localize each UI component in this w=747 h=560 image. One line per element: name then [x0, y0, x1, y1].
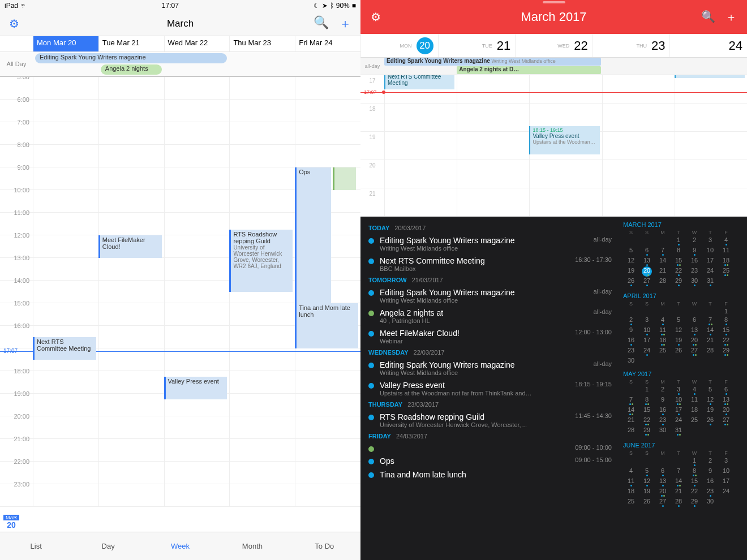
view-tab-list[interactable]: List	[0, 532, 72, 560]
agenda-list[interactable]: TODAY 20/03/2017Editing Spark Young Writ…	[360, 217, 620, 560]
day-header[interactable]: Tue Mar 21	[98, 36, 164, 51]
calendar-event[interactable]: Valley Press event	[164, 377, 227, 399]
agenda-section-header: TODAY 20/03/2017	[360, 222, 620, 234]
month-title: March 2017	[521, 10, 586, 24]
drag-handle-icon[interactable]	[543, 1, 565, 3]
color-dot-icon	[368, 331, 374, 337]
month-title: March	[167, 18, 194, 29]
add-icon[interactable]: ＋	[725, 10, 737, 25]
day-header[interactable]: Fri Mar 24	[295, 36, 360, 51]
mini-calendar[interactable]: APRIL 2017SSMTWTF12345678910111213141516…	[623, 292, 744, 365]
wifi-icon: ᯤ	[20, 2, 27, 10]
moon-icon: ☾	[314, 2, 320, 10]
view-tab-day[interactable]: Day	[72, 532, 144, 560]
agenda-item[interactable]: Next RTS Committee MeetingBBC Mailbox16:…	[360, 254, 620, 274]
device-label: iPad	[5, 2, 18, 10]
color-dot-icon	[368, 290, 374, 296]
allday-event[interactable]: Angela 2 nights at D…	[457, 66, 600, 74]
settings-icon[interactable]: ⚙	[9, 17, 19, 31]
agenda-item[interactable]: Editing Spark Young Writers magazineWrit…	[360, 234, 620, 254]
color-dot-icon	[368, 446, 374, 452]
status-bar: iPad ᯤ 17:07 ☾ ➤ ᛒ 90% ■	[0, 0, 360, 11]
agenda-item[interactable]: Valley Press eventUpstairs at the Woodma…	[360, 378, 620, 399]
calendar-app-right: ⚙ March 2017 🔍 ＋ MON20TUE21WED22THU2324 …	[360, 0, 747, 560]
calendar-event[interactable]: Meet FileMaker Cloud!	[98, 235, 162, 258]
view-tab-week[interactable]: Week	[144, 532, 216, 560]
allday-label: All Day	[0, 52, 33, 76]
calendar-event[interactable]: Next RTS Committee Meeting	[33, 337, 96, 360]
mini-calendars[interactable]: MARCH 2017SSMTWTF12345678910111213141516…	[620, 217, 747, 560]
calendar-app-left: iPad ᯤ 17:07 ☾ ➤ ᛒ 90% ■ ⚙ March 🔍 ＋ Mon…	[0, 0, 360, 560]
calendar-event[interactable]: Tina and Mom late lunch	[295, 303, 358, 348]
agenda-item[interactable]: Tina and Mom late lunch	[360, 468, 620, 481]
time-grid[interactable]: 5:006:007:008:009:0010:0011:0012:0013:00…	[0, 77, 360, 532]
calendar-event[interactable]	[333, 167, 356, 190]
settings-icon[interactable]: ⚙	[371, 10, 381, 24]
mini-calendar[interactable]: JUNE 2017SSMTWTF123456789101112131415161…	[623, 442, 744, 507]
time-grid[interactable]: 171819202117:0716:30 - 17:30Next RTS Com…	[360, 75, 747, 217]
day-tab[interactable]: THU23	[593, 34, 670, 57]
agenda-panel: TODAY 20/03/2017Editing Spark Young Writ…	[360, 217, 747, 560]
color-dot-icon	[368, 383, 374, 389]
calendar-event[interactable]: RTS Roadshow repping GuildUniversity of …	[229, 230, 293, 292]
color-dot-icon	[368, 459, 374, 464]
mini-calendar[interactable]: MAY 2017SSMTWTF1234567891011121314151617…	[623, 371, 744, 436]
add-icon[interactable]: ＋	[339, 15, 351, 32]
agenda-section-header: FRIDAY 24/03/2017	[360, 430, 620, 442]
calendar-event[interactable]: 16:30 - 17:30Next RTS Committee Meeting	[384, 75, 454, 89]
day-header-row: Mon Mar 20Tue Mar 21Wed Mar 22Thu Mar 23…	[0, 36, 360, 52]
agenda-section-header: WEDNESDAY 22/03/2017	[360, 347, 620, 358]
agenda-section-header: TOMORROW 21/03/2017	[360, 274, 620, 286]
day-header[interactable]: Mon Mar 20	[33, 36, 98, 51]
color-dot-icon	[368, 238, 374, 244]
calendar-event[interactable]: Ops	[295, 167, 331, 303]
allday-event[interactable]: Editing Spark Young Writers magazine	[35, 53, 227, 63]
color-dot-icon	[368, 472, 374, 478]
day-tab[interactable]: TUE21	[438, 34, 516, 57]
location-icon: ➤	[322, 2, 328, 10]
view-tab-month[interactable]: Month	[216, 532, 288, 560]
agenda-section-header: THURSDAY 23/03/2017	[360, 399, 620, 410]
calendar-event[interactable]: 18:15 - 19:15Valley Press eventUpstairs …	[529, 126, 599, 154]
agenda-item[interactable]: 09:00 - 10:00	[360, 442, 620, 454]
agenda-item[interactable]: Editing Spark Young Writers magazineWrit…	[360, 286, 620, 306]
right-header: ⚙ March 2017 🔍 ＋	[360, 0, 747, 34]
color-dot-icon	[368, 415, 374, 420]
agenda-item[interactable]: Angela 2 nights at40 , Patrington HLall-…	[360, 306, 620, 326]
color-dot-icon	[368, 363, 374, 368]
calendar-event[interactable]	[675, 75, 745, 78]
status-time: 17:07	[162, 2, 179, 10]
day-tab[interactable]: 24	[669, 34, 747, 57]
day-tab[interactable]: MON20	[360, 34, 438, 57]
agenda-item[interactable]: Ops09:00 - 15:00	[360, 454, 620, 468]
mini-calendar[interactable]: MARCH 2017SSMTWTF12345678910111213141516…	[623, 221, 744, 287]
allday-row: All Day Editing Spark Young Writers maga…	[0, 52, 360, 77]
today-badge[interactable]: MAR 20	[3, 515, 19, 529]
battery-label: 90%	[336, 2, 350, 10]
left-header: ⚙ March 🔍 ＋	[0, 11, 360, 36]
day-header[interactable]: Thu Mar 23	[229, 36, 295, 51]
agenda-item[interactable]: Meet FileMaker Cloud!Webinar12:00 - 13:0…	[360, 326, 620, 347]
allday-event[interactable]: Angela 2 nights	[101, 64, 162, 75]
color-dot-icon	[368, 311, 374, 316]
allday-row: all-day Editing Spark Young Writers maga…	[360, 58, 747, 75]
day-tab[interactable]: WED22	[515, 34, 593, 57]
day-selector: MON20TUE21WED22THU2324	[360, 34, 747, 58]
day-header[interactable]: Wed Mar 22	[164, 36, 230, 51]
agenda-item[interactable]: RTS Roadshow repping GuildUniversity of …	[360, 410, 620, 430]
color-dot-icon	[368, 259, 374, 264]
search-icon[interactable]: 🔍	[701, 10, 715, 25]
bluetooth-icon: ᛒ	[330, 2, 334, 10]
battery-icon: ■	[352, 2, 356, 10]
agenda-item[interactable]: Editing Spark Young Writers magazineWrit…	[360, 358, 620, 378]
search-icon[interactable]: 🔍	[314, 15, 329, 32]
allday-label: all-day	[360, 58, 384, 75]
view-tab-todo[interactable]: To Do	[289, 532, 360, 560]
tab-bar: ListDayWeekMonthTo Do	[0, 532, 360, 560]
allday-event[interactable]: Editing Spark Young Writers magazine Wri…	[384, 58, 601, 66]
